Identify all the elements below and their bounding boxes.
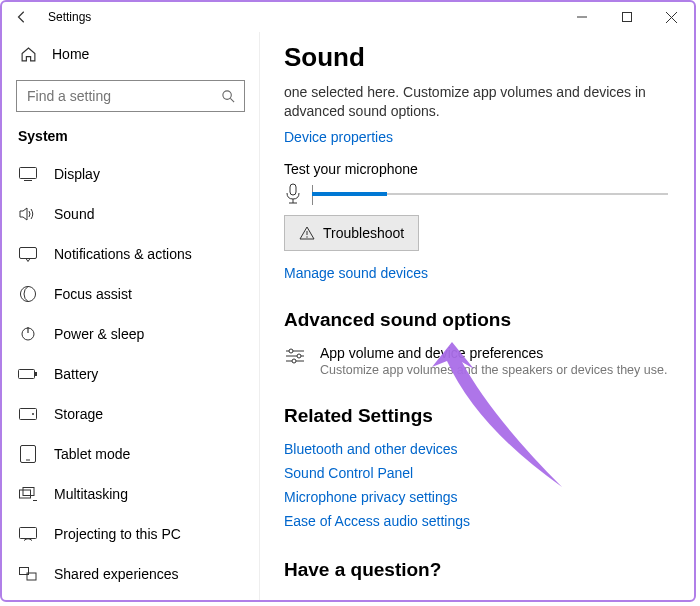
minimize-button[interactable]	[559, 2, 604, 32]
svg-rect-20	[20, 528, 37, 539]
sliders-icon	[284, 347, 306, 365]
nav-item-projecting[interactable]: Projecting to this PC	[2, 514, 259, 554]
battery-icon	[18, 368, 38, 380]
manage-devices-link[interactable]: Manage sound devices	[284, 265, 668, 281]
nav-item-sound[interactable]: Sound	[2, 194, 259, 234]
warning-icon	[299, 226, 315, 240]
svg-line-5	[230, 98, 234, 102]
nav-label: Tablet mode	[54, 446, 130, 462]
nav-label: Shared experiences	[54, 566, 179, 582]
related-link-bluetooth[interactable]: Bluetooth and other devices	[284, 441, 668, 457]
nav-item-power-sleep[interactable]: Power & sleep	[2, 314, 259, 354]
nav-item-battery[interactable]: Battery	[2, 354, 259, 394]
app-volume-preferences-item[interactable]: App volume and device preferences Custom…	[284, 345, 668, 377]
nav-label: Sound	[54, 206, 94, 222]
svg-point-4	[223, 90, 231, 98]
search-icon	[221, 89, 236, 104]
question-heading: Have a question?	[284, 559, 668, 581]
svg-rect-18	[23, 488, 34, 496]
back-button[interactable]	[10, 5, 34, 29]
related-heading: Related Settings	[284, 405, 668, 427]
close-icon	[666, 12, 677, 23]
svg-rect-1	[622, 13, 631, 22]
close-button[interactable]	[649, 2, 694, 32]
window-title: Settings	[48, 10, 91, 24]
nav-item-shared-experiences[interactable]: Shared experiences	[2, 554, 259, 594]
nav-label: Power & sleep	[54, 326, 144, 342]
svg-point-31	[297, 354, 301, 358]
svg-rect-11	[19, 370, 35, 379]
advanced-heading: Advanced sound options	[284, 309, 668, 331]
device-properties-link[interactable]: Device properties	[284, 129, 668, 145]
minimize-icon	[577, 12, 587, 22]
nav-item-display[interactable]: Display	[2, 154, 259, 194]
related-link-microphone-privacy[interactable]: Microphone privacy settings	[284, 489, 668, 505]
multitasking-icon	[18, 487, 38, 501]
window-controls	[559, 2, 694, 32]
titlebar: Settings	[2, 2, 694, 32]
svg-rect-17	[20, 490, 31, 498]
nav-label: Battery	[54, 366, 98, 382]
notifications-icon	[18, 247, 38, 262]
test-mic-label: Test your microphone	[284, 161, 668, 177]
storage-icon	[18, 408, 38, 420]
nav-label: Multitasking	[54, 486, 128, 502]
svg-rect-6	[20, 168, 37, 179]
nav-item-focus-assist[interactable]: Focus assist	[2, 274, 259, 314]
tablet-icon	[18, 445, 38, 463]
svg-point-27	[306, 236, 307, 237]
main-content: Sound one selected here. Customize app v…	[260, 32, 694, 600]
svg-point-33	[292, 359, 296, 363]
mic-level-bar	[312, 193, 668, 195]
maximize-icon	[622, 12, 632, 22]
maximize-button[interactable]	[604, 2, 649, 32]
troubleshoot-label: Troubleshoot	[323, 225, 404, 241]
search-input[interactable]	[25, 87, 221, 105]
svg-point-29	[289, 349, 293, 353]
mic-test-row	[284, 183, 668, 205]
nav-label: Focus assist	[54, 286, 132, 302]
arrow-left-icon	[15, 10, 29, 24]
nav-item-storage[interactable]: Storage	[2, 394, 259, 434]
shared-icon	[18, 567, 38, 581]
nav-label: Display	[54, 166, 100, 182]
microphone-icon	[284, 183, 302, 205]
projecting-icon	[18, 527, 38, 541]
sound-icon	[18, 206, 38, 222]
nav-item-tablet-mode[interactable]: Tablet mode	[2, 434, 259, 474]
related-link-sound-control-panel[interactable]: Sound Control Panel	[284, 465, 668, 481]
advanced-item-desc: Customize app volumes and the speakers o…	[320, 363, 667, 377]
svg-rect-8	[20, 247, 37, 258]
focus-assist-icon	[18, 286, 38, 302]
troubleshoot-button[interactable]: Troubleshoot	[284, 215, 419, 251]
home-nav-item[interactable]: Home	[2, 36, 259, 72]
search-box[interactable]	[16, 80, 245, 112]
nav-item-notifications[interactable]: Notifications & actions	[2, 234, 259, 274]
sidebar: Home System Display Sound Notifications …	[2, 32, 260, 600]
section-heading: System	[2, 124, 259, 154]
svg-rect-23	[290, 184, 296, 195]
home-label: Home	[52, 46, 89, 62]
display-icon	[18, 167, 38, 181]
advanced-item-title: App volume and device preferences	[320, 345, 667, 361]
nav-label: Projecting to this PC	[54, 526, 181, 542]
nav-item-multitasking[interactable]: Multitasking	[2, 474, 259, 514]
svg-point-14	[32, 413, 34, 415]
svg-rect-12	[35, 372, 37, 376]
related-link-ease-of-access[interactable]: Ease of Access audio settings	[284, 513, 668, 529]
nav-label: Storage	[54, 406, 103, 422]
page-subtext: one selected here. Customize app volumes…	[284, 83, 668, 121]
power-icon	[18, 326, 38, 342]
page-title: Sound	[284, 42, 668, 73]
nav-label: Notifications & actions	[54, 246, 192, 262]
home-icon	[18, 46, 38, 63]
